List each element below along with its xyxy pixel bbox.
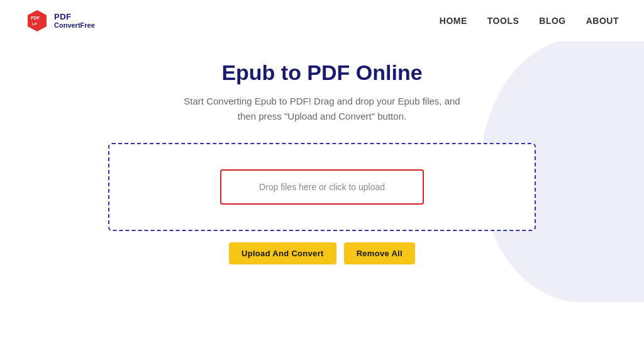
logo-text: PDF ConvertFree bbox=[54, 13, 95, 29]
remove-all-button[interactable]: Remove All bbox=[344, 242, 415, 264]
page-subtitle: Start Converting Epub to PDF! Drag and d… bbox=[177, 94, 467, 124]
logo-icon: PDF LP bbox=[25, 9, 49, 33]
nav-tools[interactable]: TOOLS bbox=[487, 16, 519, 26]
svg-text:PDF: PDF bbox=[31, 16, 40, 20]
svg-text:LP: LP bbox=[32, 22, 37, 26]
upload-drop-zone[interactable]: Drop files here or click to upload bbox=[108, 143, 536, 231]
svg-marker-0 bbox=[28, 10, 47, 31]
navbar: HOME TOOLS BLOG ABOUT bbox=[440, 16, 619, 26]
logo-sub-label: ConvertFree bbox=[54, 21, 95, 29]
action-buttons: Upload And Convert Remove All bbox=[229, 242, 415, 264]
main-content: Epub to PDF Online Start Converting Epub… bbox=[0, 42, 644, 264]
nav-home[interactable]: HOME bbox=[440, 16, 467, 26]
upload-convert-button[interactable]: Upload And Convert bbox=[229, 242, 336, 264]
upload-inner-box: Drop files here or click to upload bbox=[220, 169, 424, 205]
nav-blog[interactable]: BLOG bbox=[539, 16, 565, 26]
logo-pdf-label: PDF bbox=[54, 13, 95, 21]
logo-link[interactable]: PDF LP PDF ConvertFree bbox=[25, 9, 95, 33]
header: PDF LP PDF ConvertFree HOME TOOLS BLOG A… bbox=[0, 0, 644, 42]
page-title: Epub to PDF Online bbox=[221, 60, 422, 85]
upload-placeholder: Drop files here or click to upload bbox=[259, 182, 385, 192]
nav-about[interactable]: ABOUT bbox=[586, 16, 619, 26]
